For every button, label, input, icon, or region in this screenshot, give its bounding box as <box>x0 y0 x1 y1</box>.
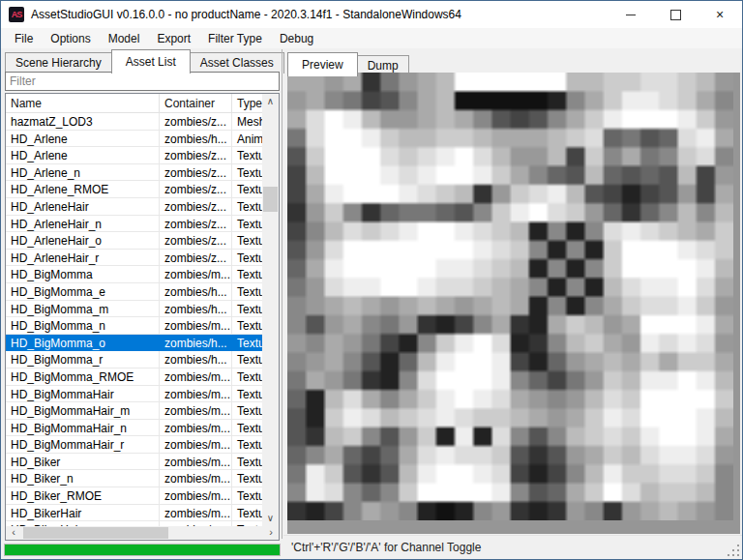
table-row[interactable]: HD_Biker_RMOEzombies/m...Texture2D <box>6 487 279 505</box>
cell-container: zombies/h... <box>160 283 232 301</box>
minimize-icon <box>626 15 636 15</box>
table-row[interactable]: HD_BigMommaHair_rzombies/m...Texture2D <box>6 436 279 454</box>
menu-file[interactable]: File <box>6 29 42 48</box>
scroll-up-icon[interactable]: ∧ <box>262 94 279 109</box>
table-row[interactable]: hazmatZ_LOD3zombies/z...Mesh <box>6 113 279 131</box>
tab-asset-classes[interactable]: Asset Classes <box>190 52 284 74</box>
horizontal-scroll-thumb[interactable] <box>23 527 168 539</box>
table-row[interactable]: HD_BigMommaHair_mzombies/m...Texture2D <box>6 402 279 420</box>
cell-container: zombies/z... <box>160 232 232 250</box>
table-row[interactable]: HD_ArleneHair_nzombies/z...Texture2D <box>6 216 279 233</box>
table-row[interactable]: HD_BigMomma_ozombies/h...Texture2D <box>6 335 279 352</box>
table-row[interactable]: HD_BigMommaHairzombies/m...Texture2D <box>6 386 279 403</box>
cell-name: HD_Biker_n <box>6 470 160 487</box>
cell-container: zombies/m... <box>160 368 232 386</box>
maximize-button[interactable] <box>653 1 698 28</box>
cell-name: HD_BigMomma_RMOE <box>6 368 160 386</box>
cell-name: HD_BigMomma_n <box>6 317 160 335</box>
resize-grip-icon[interactable] <box>727 545 739 557</box>
cell-container: zombies/z... <box>160 250 232 267</box>
cell-name: HD_Arlene <box>6 147 160 164</box>
cell-container: zombies/h... <box>160 301 232 318</box>
cell-container: zombies/m... <box>160 487 232 505</box>
cell-container: zombies/z... <box>160 164 232 182</box>
cell-name: HD_Arlene <box>6 131 160 148</box>
cell-name: HD_BigMommaHair_r <box>6 436 160 454</box>
cell-name: HD_BigMomma <box>6 266 160 283</box>
cell-container: zombies/h... <box>160 351 232 368</box>
cell-container: zombies/m... <box>160 402 232 420</box>
cell-name: HD_ArleneHair <box>6 198 160 216</box>
app-icon: AS <box>9 7 24 22</box>
table-row[interactable]: HD_Biker_nzombies/m...Texture2D <box>6 470 279 487</box>
cell-name: HD_Biker <box>6 454 160 471</box>
texture-preview-canvas <box>287 73 733 520</box>
window-controls: × <box>609 1 742 28</box>
cell-container: zombies/z... <box>160 113 232 131</box>
cell-container: zombies/h... <box>160 131 232 148</box>
listview-header: NameContainerType <box>6 94 279 113</box>
cell-container: zombies/m... <box>160 505 232 522</box>
menu-filter-type[interactable]: Filter Type <box>199 29 271 48</box>
cell-container: zombies/z... <box>160 198 232 216</box>
cell-container: zombies/m... <box>160 420 232 437</box>
table-row[interactable]: HD_BigMomma_RMOEzombies/m...Texture2D <box>6 368 279 386</box>
table-row[interactable]: HD_BigMomma_mzombies/h...Texture2D <box>6 301 279 318</box>
table-row[interactable]: HD_BigMommaHair_nzombies/m...Texture2D <box>6 420 279 437</box>
cell-name: HD_BikerHair <box>6 505 160 522</box>
table-row[interactable]: HD_Arlenezombies/z...Texture2D <box>6 147 279 164</box>
scroll-down-icon[interactable]: ∨ <box>262 511 279 526</box>
table-row[interactable]: HD_BikerHairzombies/m...Texture2D <box>6 505 279 522</box>
cell-name: HD_BigMomma_r <box>6 351 160 368</box>
table-row[interactable]: HD_Bikerzombies/m...Texture2D <box>6 454 279 471</box>
table-row[interactable]: HD_ArleneHair_ozombies/z...Texture2D <box>6 232 279 250</box>
table-row[interactable]: HD_Arlenezombies/h...Animator <box>6 131 279 148</box>
table-row[interactable]: HD_BigMomma_rzombies/h...Texture2D <box>6 351 279 368</box>
table-row[interactable]: HD_Arlene_nzombies/z...Texture2D <box>6 164 279 182</box>
column-header-name[interactable]: Name <box>6 94 160 113</box>
table-row[interactable]: HD_BigMomma_nzombies/m...Texture2D <box>6 317 279 335</box>
scroll-right-icon[interactable]: › <box>263 526 279 540</box>
table-row[interactable]: HD_BigMomma_ezombies/h...Texture2D <box>6 283 279 301</box>
tab-asset-list[interactable]: Asset List <box>111 49 191 74</box>
scroll-left-icon[interactable]: ‹ <box>6 526 21 540</box>
tab-preview[interactable]: Preview <box>287 52 358 76</box>
asset-listview: NameContainerType hazmatZ_LOD3zombies/z.… <box>5 93 280 541</box>
panel-splitter[interactable] <box>282 49 282 539</box>
menu-options[interactable]: Options <box>42 29 99 48</box>
horizontal-scrollbar[interactable]: ‹ › <box>6 526 279 540</box>
cell-name: HD_BigMomma_o <box>6 335 160 352</box>
cell-name: HD_ArleneHair_o <box>6 232 160 250</box>
progress-bar <box>4 544 281 556</box>
cell-container: zombies/m... <box>160 386 232 403</box>
cell-container: zombies/z... <box>160 147 232 164</box>
cell-container: zombies/m... <box>160 266 232 283</box>
cell-name: HD_ArleneHair_r <box>6 250 160 267</box>
table-row[interactable]: HD_ArleneHairzombies/z...Texture2D <box>6 198 279 216</box>
table-row[interactable]: HD_BigMommazombies/m...Texture2D <box>6 266 279 283</box>
cell-name: HD_BigMommaHair_m <box>6 402 160 420</box>
table-row[interactable]: HD_Arlene_RMOEzombies/z...Texture2D <box>6 181 279 198</box>
menu-model[interactable]: Model <box>100 29 149 48</box>
close-icon: × <box>716 8 724 21</box>
tab-scene-hierarchy[interactable]: Scene Hierarchy <box>5 52 112 74</box>
cell-name: hazmatZ_LOD3 <box>6 113 160 131</box>
cell-name: HD_BigMommaHair <box>6 386 160 403</box>
menu-export[interactable]: Export <box>148 29 199 48</box>
vertical-scroll-thumb[interactable] <box>263 187 278 212</box>
cell-container: zombies/z... <box>160 216 232 233</box>
filter-input[interactable] <box>5 72 280 91</box>
status-text: 'Ctrl'+'R'/'G'/'B'/'A' for Channel Toggl… <box>291 541 481 554</box>
titlebar: AS AssetStudioGUI v0.16.0.0 - no product… <box>1 1 742 28</box>
close-button[interactable]: × <box>698 1 742 28</box>
cell-container: zombies/m... <box>160 317 232 335</box>
column-header-container[interactable]: Container <box>160 94 232 113</box>
assetstudio-window: AS AssetStudioGUI v0.16.0.0 - no product… <box>0 0 743 560</box>
cell-name: HD_ArleneHair_n <box>6 216 160 233</box>
minimize-button[interactable] <box>609 1 653 28</box>
vertical-scrollbar[interactable]: ∧ ∨ <box>262 94 279 526</box>
table-row[interactable]: HD_ArleneHair_rzombies/z...Texture2D <box>6 250 279 267</box>
menu-debug[interactable]: Debug <box>271 29 322 48</box>
cell-container: zombies/m... <box>160 470 232 487</box>
menubar: FileOptionsModelExportFilter TypeDebug <box>1 28 742 49</box>
